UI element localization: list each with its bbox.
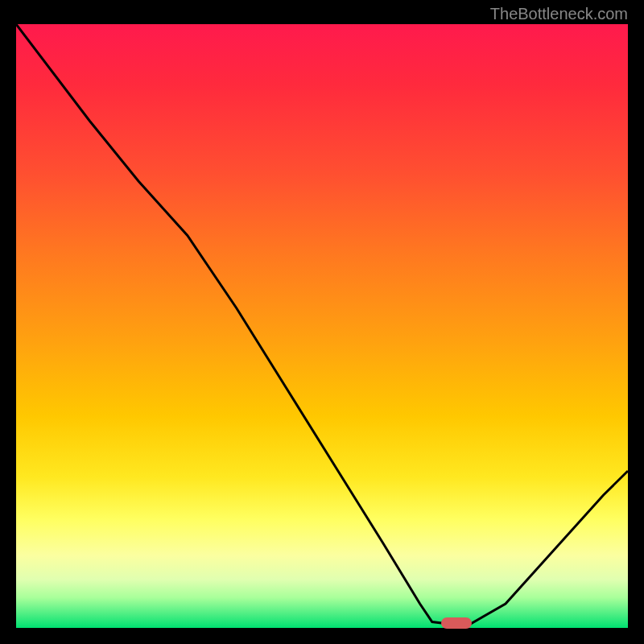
minima-marker xyxy=(441,617,472,629)
curve-path xyxy=(16,24,628,625)
chart-plot-area xyxy=(16,24,628,628)
chart-curve-svg xyxy=(16,24,628,628)
watermark-text: TheBottleneck.com xyxy=(490,5,628,23)
